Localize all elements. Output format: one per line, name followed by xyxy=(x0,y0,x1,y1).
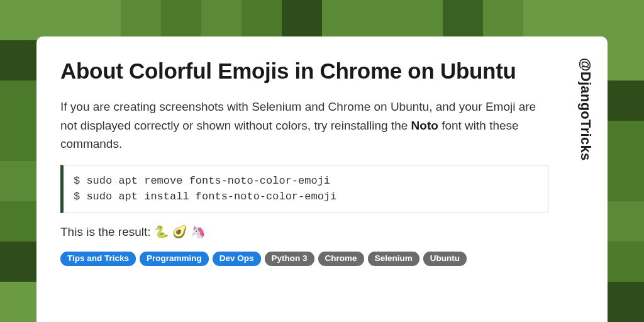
result-label: This is the result: xyxy=(60,225,154,238)
article-title: About Colorful Emojis in Chrome on Ubunt… xyxy=(60,58,548,84)
result-emojis: 🐍 🥑 🦄 xyxy=(154,225,206,238)
tag-tips-and-tricks[interactable]: Tips and Tricks xyxy=(60,252,136,267)
tag-list: Tips and TricksProgrammingDev OpsPython … xyxy=(60,252,548,267)
intro-strong: Noto xyxy=(411,119,438,132)
tag-ubuntu[interactable]: Ubuntu xyxy=(423,252,467,267)
article-intro: If you are creating screenshots with Sel… xyxy=(60,97,548,153)
author-handle[interactable]: @DjangoTricks xyxy=(577,58,594,322)
tag-programming[interactable]: Programming xyxy=(140,252,209,267)
code-block: $ sudo apt remove fonts-noto-color-emoji… xyxy=(60,165,548,213)
tag-selenium[interactable]: Selenium xyxy=(368,252,419,267)
article-content: About Colorful Emojis in Chrome on Ubunt… xyxy=(36,36,572,322)
result-line: This is the result: 🐍 🥑 🦄 xyxy=(60,225,548,239)
handle-column: @DjangoTricks xyxy=(572,36,608,322)
tag-dev-ops[interactable]: Dev Ops xyxy=(213,252,261,267)
tag-python-3[interactable]: Python 3 xyxy=(265,252,314,267)
tag-chrome[interactable]: Chrome xyxy=(318,252,364,267)
article-card: About Colorful Emojis in Chrome on Ubunt… xyxy=(36,36,608,322)
